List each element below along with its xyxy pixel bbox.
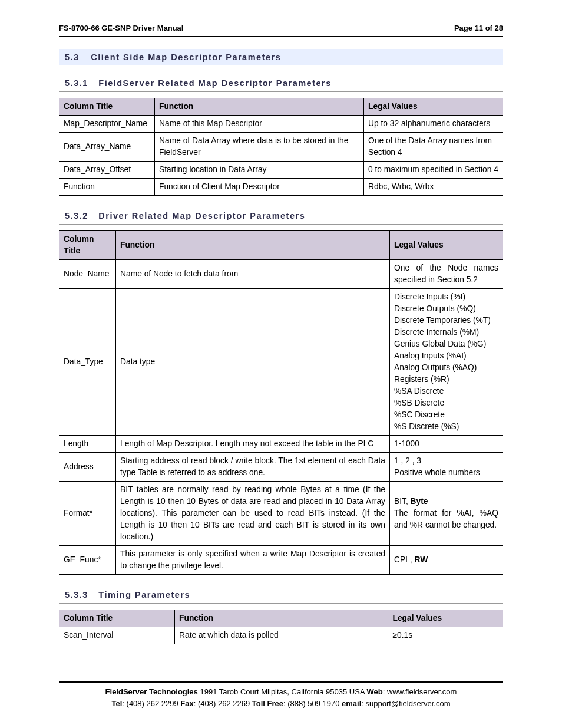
legal-value-item: Genius Global Data (%G) xyxy=(394,338,498,350)
cell: One of the Node names specified in Secti… xyxy=(390,260,503,289)
cell: Discrete Inputs (%I) Discrete Outputs (%… xyxy=(390,289,503,436)
cell: Address xyxy=(59,453,116,482)
cell: Data type xyxy=(116,289,390,436)
cell: Name of Node to fetch data from xyxy=(116,260,390,289)
cell: Format* xyxy=(59,482,116,546)
table-row: Address Starting address of read block /… xyxy=(59,453,503,482)
legal-value-item: Discrete Temporaries (%T) xyxy=(394,315,498,327)
cell: Rdbc, Wrbc, Wrbx xyxy=(364,179,503,196)
cell: Rate at which data is polled xyxy=(175,627,388,644)
table-row: Length Length of Map Descriptor. Length … xyxy=(59,436,503,453)
table-row: Scan_Interval Rate at which data is poll… xyxy=(59,627,503,644)
legal-value-item: The format for %AI, %AQ and %R cannot be… xyxy=(394,508,498,531)
legal-value-item: BIT, Byte xyxy=(394,496,498,508)
cell: BIT tables are normally read by reading … xyxy=(116,482,390,546)
legal-value-item: %SB Discrete xyxy=(394,397,498,409)
cell: Data_Type xyxy=(59,289,116,436)
cell: Data_Array_Offset xyxy=(59,162,155,179)
col-header: Function xyxy=(155,98,364,116)
subsection-number: 5.3.1 xyxy=(65,78,88,88)
cell: Name of this Map Descriptor xyxy=(155,116,364,133)
page-header: FS-8700-66 GE-SNP Driver Manual Page 11 … xyxy=(59,24,503,37)
table-row: Map_Descriptor_Name Name of this Map Des… xyxy=(59,116,503,133)
page-footer: FieldServer Technologies 1991 Tarob Cour… xyxy=(59,681,503,709)
legal-value-item: %SA Discrete xyxy=(394,386,498,397)
cell: Function xyxy=(59,179,155,196)
col-header: Column Title xyxy=(59,98,155,116)
legal-value-item: %S Discrete (%S) xyxy=(394,421,498,433)
legal-value-bold: RW xyxy=(415,555,428,564)
subsection-number: 5.3.3 xyxy=(65,590,88,599)
footer-line-2: Tel: (408) 262 2299 Fax: (408) 262 2269 … xyxy=(59,698,503,710)
cell: Starting address of read block / write b… xyxy=(116,453,390,482)
col-header: Legal Values xyxy=(390,231,503,260)
table-5-3-1: Column Title Function Legal Values Map_D… xyxy=(59,98,503,196)
table-row: Data_Type Data type Discrete Inputs (%I)… xyxy=(59,289,503,436)
cell: This parameter is only specified when a … xyxy=(116,546,390,575)
cell: CPL, RW xyxy=(390,546,503,575)
col-header: Legal Values xyxy=(388,610,503,627)
table-row: GE_Func* This parameter is only specifie… xyxy=(59,546,503,575)
section-5-3-heading: 5.3 Client Side Map Descriptor Parameter… xyxy=(59,49,503,65)
cell: Function of Client Map Descriptor xyxy=(155,179,364,196)
legal-value-item: Registers (%R) xyxy=(394,374,498,386)
table-5-3-3: Column Title Function Legal Values Scan_… xyxy=(59,610,503,644)
cell: Node_Name xyxy=(59,260,116,289)
cell: Up to 32 alphanumeric characters xyxy=(364,116,503,133)
legal-value-item: Discrete Outputs (%Q) xyxy=(394,303,498,315)
cell: Length xyxy=(59,436,116,453)
col-header: Column Title xyxy=(59,231,116,260)
section-5-3-1-heading: 5.3.1 FieldServer Related Map Descriptor… xyxy=(59,76,503,92)
legal-value-item: 1 , 2 , 3 xyxy=(394,455,498,467)
table-header-row: Column Title Function Legal Values xyxy=(59,98,503,116)
table-row: Data_Array_Name Name of Data Array where… xyxy=(59,133,503,162)
cell: Map_Descriptor_Name xyxy=(59,116,155,133)
cell: 1 , 2 , 3 Positive whole numbers xyxy=(390,453,503,482)
table-row: Data_Array_Offset Starting location in D… xyxy=(59,162,503,179)
col-header: Function xyxy=(116,231,390,260)
section-title: Client Side Map Descriptor Parameters xyxy=(91,52,281,62)
legal-value-item: Discrete Inputs (%I) xyxy=(394,291,498,303)
header-right: Page 11 of 28 xyxy=(454,24,503,32)
cell: Data_Array_Name xyxy=(59,133,155,162)
cell: Length of Map Descriptor. Length may not… xyxy=(116,436,390,453)
table-row: Function Function of Client Map Descript… xyxy=(59,179,503,196)
legal-value-item: Analog Inputs (%AI) xyxy=(394,350,498,362)
table-header-row: Column Title Function Legal Values xyxy=(59,231,503,260)
footer-line-1: FieldServer Technologies 1991 Tarob Cour… xyxy=(59,686,503,698)
subsection-number: 5.3.2 xyxy=(65,211,88,220)
legal-value-item: %SC Discrete xyxy=(394,409,498,421)
section-5-3-2-heading: 5.3.2 Driver Related Map Descriptor Para… xyxy=(59,209,503,225)
col-header: Function xyxy=(175,610,388,627)
cell: 0 to maximum specified in Section 4 xyxy=(364,162,503,179)
cell: GE_Func* xyxy=(59,546,116,575)
section-5-3-3-heading: 5.3.3 Timing Parameters xyxy=(59,588,503,604)
subsection-title: FieldServer Related Map Descriptor Param… xyxy=(98,78,332,88)
table-header-row: Column Title Function Legal Values xyxy=(59,610,503,627)
cell: Scan_Interval xyxy=(59,627,175,644)
cell: BIT, Byte The format for %AI, %AQ and %R… xyxy=(390,482,503,546)
legal-value-item: Discrete Internals (%M) xyxy=(394,327,498,338)
legal-value-item: CPL, xyxy=(394,555,415,564)
cell: Name of Data Array where data is to be s… xyxy=(155,133,364,162)
table-row: Format* BIT tables are normally read by … xyxy=(59,482,503,546)
subsection-title: Timing Parameters xyxy=(98,590,190,599)
header-left: FS-8700-66 GE-SNP Driver Manual xyxy=(59,24,183,32)
cell: One of the Data Array names from Section… xyxy=(364,133,503,162)
col-header: Column Title xyxy=(59,610,175,627)
table-row: Node_Name Name of Node to fetch data fro… xyxy=(59,260,503,289)
table-5-3-2: Column Title Function Legal Values Node_… xyxy=(59,230,503,575)
legal-value-item: Positive whole numbers xyxy=(394,467,498,479)
section-number: 5.3 xyxy=(65,52,80,62)
cell: 1-1000 xyxy=(390,436,503,453)
cell: ≥0.1s xyxy=(388,627,503,644)
legal-value-item: Analog Outputs (%AQ) xyxy=(394,362,498,374)
col-header: Legal Values xyxy=(364,98,503,116)
subsection-title: Driver Related Map Descriptor Parameters xyxy=(98,211,305,220)
cell: Starting location in Data Array xyxy=(155,162,364,179)
